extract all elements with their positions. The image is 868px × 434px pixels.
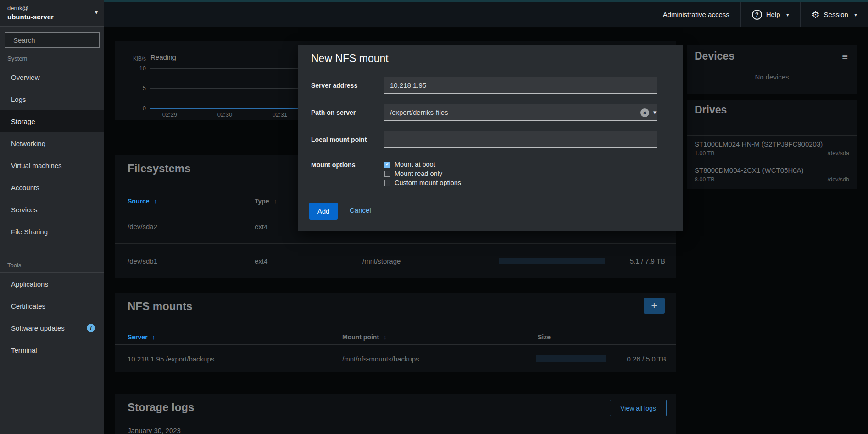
server-address-input[interactable] [384,77,657,94]
filesystems-title: Filesystems [128,162,190,175]
search-box [5,32,100,48]
chevron-down-icon: ▾ [95,9,98,16]
help-label: Help [766,11,780,18]
drive-row[interactable]: ST1000LM024 HN-M (S2TPJ9FC900203) 1.00 T… [687,135,857,162]
clear-icon[interactable]: × [640,108,649,117]
column-label: Type [255,197,269,205]
add-button[interactable]: Add [309,203,338,220]
cell-mount-point: /mnt/storage [362,257,401,265]
mount-at-boot-label: Mount at boot [395,161,435,168]
masthead: Administrative access ? Help ▾ ⚙ Session… [104,0,868,27]
chevron-down-icon[interactable]: ▾ [653,109,657,116]
sidebar-item-networking[interactable]: Networking [0,132,104,154]
local-mount-point-input[interactable] [384,131,657,148]
host-switcher[interactable]: derrik@ ubuntu-server ▾ [0,0,104,27]
y-tick: 0 [132,105,146,112]
drive-device: /dev/sda [828,150,849,157]
drive-row[interactable]: ST8000DM004-2CX1 (WCT05H0A) 8.00 TB /dev… [687,162,857,188]
column-label: Size [538,333,551,341]
devices-empty-text: No devices [687,73,857,81]
session-menu-button[interactable]: ⚙ Session ▾ [800,2,868,27]
help-menu-button[interactable]: ? Help ▾ [740,2,800,27]
search-input[interactable] [13,36,105,44]
sidebar-item-label: Overview [11,73,40,81]
mount-option-row: ✓ Custom mount options [384,178,461,187]
storage-logs-card: Storage logs View all logs January 30, 2… [115,394,676,434]
sort-asc-icon: ↑ [152,334,156,341]
x-tick-mark [225,108,225,111]
path-on-server-label: Path on server [311,109,356,116]
devices-title: Devices [695,50,734,62]
sort-icon: ↕ [274,198,277,205]
sidebar-item-terminal[interactable]: Terminal [0,339,104,361]
y-tick: 10 [132,65,146,72]
sidebar-item-overview[interactable]: Overview [0,66,104,88]
nfs-mount-row[interactable]: 10.218.1.95 /export/backups /mnt/nfs-mou… [115,345,676,372]
cell-source: /dev/sda2 [128,222,157,230]
sidebar-item-label: Virtual machines [11,162,62,169]
sidebar-item-software-updates[interactable]: Software updates i [0,317,104,339]
sidebar: derrik@ ubuntu-server ▾ System Overview … [0,0,104,434]
view-all-logs-button[interactable]: View all logs [610,400,667,416]
mount-option-row: ✓ Mount at boot [384,160,435,169]
devices-menu-icon[interactable]: ≡ [842,52,848,62]
new-nfs-mount-dialog: New NFS mount Server address Path on ser… [298,45,683,231]
administrative-access-label: Administrative access [663,11,729,18]
chevron-down-icon: ▾ [854,11,857,18]
mount-at-boot-checkbox[interactable]: ✓ [384,162,390,168]
column-label: Source [128,197,149,205]
storage-logs-title: Storage logs [128,401,194,414]
column-header-size[interactable]: Size [538,333,551,341]
column-header-type[interactable]: Type↕ [255,197,277,205]
cell-server: 10.218.1.95 /export/backups [128,355,214,362]
add-nfs-mount-button[interactable]: + [644,298,665,314]
drives-card: Drives ST1000LM024 HN-M (S2TPJ9FC900203)… [687,100,857,189]
sidebar-item-logs[interactable]: Logs [0,88,104,110]
sidebar-item-certificates[interactable]: Certificates [0,295,104,317]
mount-read-only-checkbox[interactable]: ✓ [384,171,390,177]
custom-mount-options-label: Custom mount options [395,179,461,186]
mount-options-label: Mount options [311,161,355,169]
column-header-source[interactable]: Source↑ [128,197,157,205]
check-icon: ✓ [385,162,389,167]
nfs-table-header: Server↑ Mount point↕ Size [115,329,676,345]
custom-mount-options-checkbox[interactable]: ✓ [384,180,390,186]
cell-type: ext4 [255,222,267,230]
sidebar-item-file-sharing[interactable]: File Sharing [0,220,104,242]
sidebar-item-label: Certificates [11,302,45,310]
x-tick-mark [280,108,280,111]
path-on-server-input[interactable] [384,104,657,121]
logged-in-user: derrik@ [7,4,97,12]
drives-title: Drives [695,104,727,116]
nav-section-system: System [0,50,104,66]
sidebar-item-virtual-machines[interactable]: Virtual machines [0,154,104,176]
column-header-server[interactable]: Server↑ [128,333,155,341]
usage-bar [536,355,606,362]
gear-icon: ⚙ [812,10,820,19]
drive-model: ST1000LM024 HN-M (S2TPJ9FC900203) [695,140,849,149]
sidebar-item-storage[interactable]: Storage [0,110,104,132]
log-date: January 30, 2023 [128,427,181,434]
sidebar-item-label: Networking [11,140,45,147]
cancel-button[interactable]: Cancel [350,206,371,214]
nfs-mounts-card: NFS mounts + Server↑ Mount point↕ Size 1… [115,293,676,372]
column-header-mount-point[interactable]: Mount point↕ [342,333,387,341]
x-tick-mark [170,108,170,111]
administrative-access-button[interactable]: Administrative access [652,2,740,27]
sidebar-item-services[interactable]: Services [0,198,104,220]
x-tick: 02:30 [209,111,241,118]
sidebar-item-label: Logs [11,96,26,103]
devices-card: Devices ≡ No devices [687,45,857,94]
sidebar-item-applications[interactable]: Applications [0,273,104,295]
y-tick: 5 [132,85,146,91]
server-address-label: Server address [311,82,357,89]
local-mount-point-label: Local mount point [311,136,367,143]
drive-device: /dev/sdb [828,176,849,183]
mount-option-row: ✓ Mount read only [384,169,442,178]
drive-size: 8.00 TB [695,176,715,183]
usage-bar [499,258,605,264]
sidebar-item-label: Software updates [11,324,65,332]
drive-size: 1.00 TB [695,150,715,157]
filesystem-row[interactable]: /dev/sdb1 ext4 /mnt/storage 5.1 / 7.9 TB [115,243,676,278]
sidebar-item-accounts[interactable]: Accounts [0,176,104,198]
